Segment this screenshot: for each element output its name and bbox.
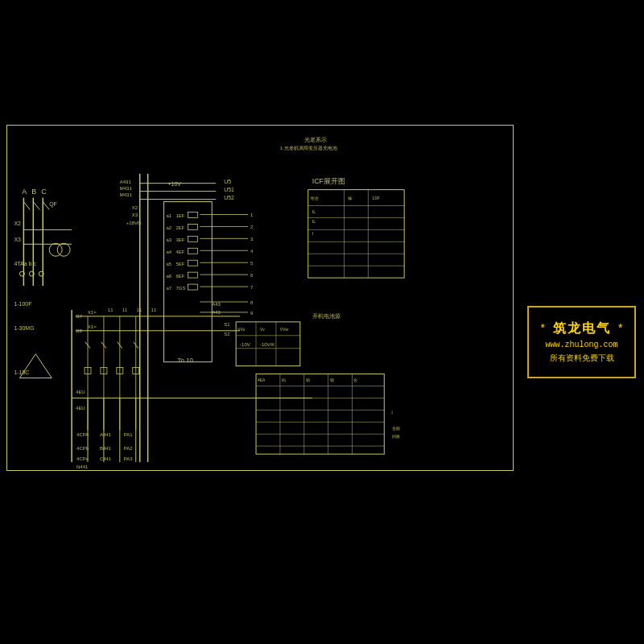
svg-text:QF: QF bbox=[49, 201, 57, 208]
svg-text:To 10: To 10 bbox=[177, 357, 193, 364]
svg-text:4TAa  b  c: 4TAa b c bbox=[14, 261, 36, 266]
svg-text:a7: a7 bbox=[167, 286, 172, 291]
brand-asterisk-left: * bbox=[539, 323, 546, 336]
svg-text:码: 码 bbox=[282, 379, 286, 383]
svg-text:A441: A441 bbox=[100, 432, 112, 437]
svg-text:IL: IL bbox=[312, 209, 316, 214]
svg-text:U52: U52 bbox=[224, 195, 234, 200]
svg-text:光老系示: 光老系示 bbox=[304, 137, 327, 142]
brand-asterisk-right: * bbox=[617, 323, 624, 336]
svg-text:S1: S1 bbox=[224, 322, 230, 327]
svg-text:↓: ↓ bbox=[390, 408, 394, 415]
svg-text:X2: X2 bbox=[14, 221, 21, 226]
svg-text:10F: 10F bbox=[372, 196, 380, 200]
svg-text:组合: 组合 bbox=[311, 196, 319, 200]
svg-text:a3: a3 bbox=[167, 237, 172, 242]
brand-box: * 筑龙电气 * www.zhulong.com 所有资料免费下载 bbox=[527, 306, 636, 378]
svg-text:B: B bbox=[31, 188, 36, 196]
svg-text:a2: a2 bbox=[167, 225, 172, 230]
svg-text:B441: B441 bbox=[100, 446, 112, 451]
svg-text:4EF: 4EF bbox=[175, 250, 184, 254]
svg-text:编: 编 bbox=[348, 196, 352, 200]
svg-text:a4: a4 bbox=[167, 250, 172, 254]
svg-text:5EF: 5EF bbox=[175, 262, 184, 266]
svg-text:11: 11 bbox=[137, 308, 142, 312]
svg-text:PA2: PA2 bbox=[124, 446, 134, 451]
svg-text:-10V/K: -10V/K bbox=[260, 342, 275, 347]
svg-rect-0 bbox=[7, 126, 512, 470]
svg-text:3EF: 3EF bbox=[175, 237, 184, 242]
svg-text:ICF展开图: ICF展开图 bbox=[312, 177, 345, 185]
svg-text:1-100F: 1-100F bbox=[14, 301, 31, 307]
brand-url: www.zhulong.com bbox=[545, 341, 617, 349]
svg-text:VVw: VVw bbox=[280, 328, 289, 332]
svg-text:4EU: 4EU bbox=[76, 390, 85, 394]
svg-text:+18VO: +18VO bbox=[126, 221, 142, 225]
svg-text:M431: M431 bbox=[120, 186, 133, 191]
svg-text:4CPA: 4CPA bbox=[76, 432, 89, 437]
svg-text:M431: M431 bbox=[120, 192, 133, 197]
svg-text:合能: 合能 bbox=[392, 426, 400, 431]
svg-text:X3: X3 bbox=[14, 237, 21, 242]
svg-text:a5: a5 bbox=[167, 262, 172, 266]
svg-text:2EF: 2EF bbox=[175, 225, 184, 230]
svg-text:1EF: 1EF bbox=[175, 213, 184, 218]
svg-text:U5: U5 bbox=[224, 179, 231, 184]
svg-text:N441: N441 bbox=[76, 464, 89, 469]
svg-text:X2: X2 bbox=[132, 205, 138, 210]
svg-text:A43: A43 bbox=[212, 302, 221, 307]
svg-text:11: 11 bbox=[151, 308, 157, 312]
svg-text:PA3: PA3 bbox=[124, 456, 134, 461]
svg-text:S2: S2 bbox=[224, 332, 230, 336]
svg-text:C: C bbox=[41, 188, 47, 196]
brand-tagline: 所有资料免费下载 bbox=[550, 353, 614, 364]
main-container: 光老系示 1.光老机调用变压器充电池 A B C QF X2 bbox=[0, 0, 644, 644]
svg-text:1-30MG: 1-30MG bbox=[14, 325, 34, 331]
svg-text:PA1: PA1 bbox=[124, 432, 134, 437]
svg-text:a1: a1 bbox=[167, 213, 172, 218]
svg-text:1.光老机调用变压器充电池: 1.光老机调用变压器充电池 bbox=[280, 145, 337, 151]
svg-text:11: 11 bbox=[108, 308, 114, 312]
svg-text:IL: IL bbox=[312, 219, 316, 224]
svg-text:开机电池源: 开机电池源 bbox=[312, 313, 341, 319]
svg-text:4EU: 4EU bbox=[76, 406, 85, 411]
svg-text:Vv: Vv bbox=[260, 328, 265, 332]
svg-text:回路: 回路 bbox=[392, 434, 400, 439]
svg-text:4EA: 4EA bbox=[258, 379, 266, 383]
svg-text:11: 11 bbox=[122, 308, 128, 312]
svg-text:4CPc: 4CPc bbox=[76, 456, 89, 461]
diagram-frame: 光老系示 1.光老机调用变压器充电池 A B C QF X2 bbox=[6, 125, 514, 471]
svg-text:X3: X3 bbox=[132, 213, 138, 217]
svg-text:6EF: 6EF bbox=[175, 274, 184, 279]
svg-text:锁: 锁 bbox=[329, 379, 334, 383]
brand-name: 筑龙电气 bbox=[553, 320, 611, 337]
svg-text:A431: A431 bbox=[120, 180, 132, 184]
svg-text:-10V: -10V bbox=[240, 342, 250, 347]
svg-text:1-19C: 1-19C bbox=[14, 369, 29, 375]
svg-text:U51: U51 bbox=[224, 187, 234, 192]
svg-text:销: 销 bbox=[305, 379, 310, 383]
svg-text:X1=: X1= bbox=[88, 324, 97, 329]
svg-text:a6: a6 bbox=[167, 274, 172, 279]
svg-text:合: 合 bbox=[353, 378, 357, 383]
svg-text:A: A bbox=[22, 188, 27, 196]
svg-text:X1=: X1= bbox=[88, 310, 97, 315]
svg-text:7GS: 7GS bbox=[175, 286, 185, 291]
svg-text:4CPb: 4CPb bbox=[76, 446, 89, 451]
svg-text:C441: C441 bbox=[100, 456, 112, 461]
circuit-diagram: 光老系示 1.光老机调用变压器充电池 A B C QF X2 bbox=[7, 126, 513, 470]
